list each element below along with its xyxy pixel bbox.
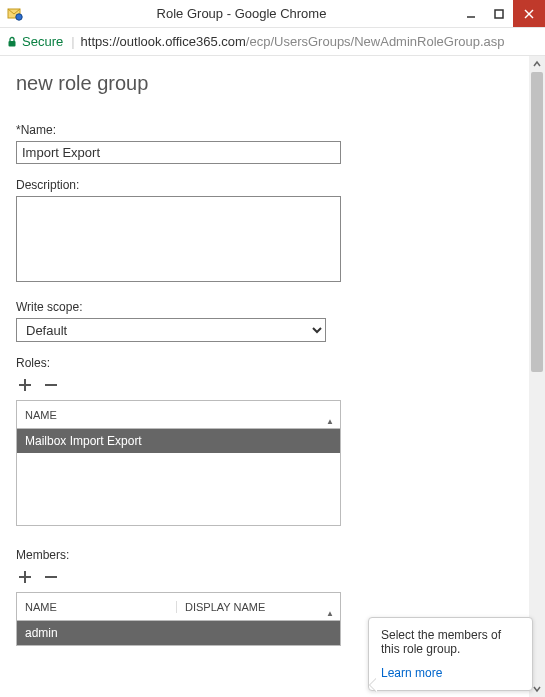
- svg-point-1: [16, 13, 22, 19]
- url-host: https://outlook.office365.com: [81, 34, 246, 49]
- chevron-down-icon: [533, 685, 541, 693]
- members-grid-body: admin: [17, 621, 340, 645]
- roles-grid-body: Mailbox Import Export: [17, 429, 340, 525]
- roles-cell: Mailbox Import Export: [25, 434, 332, 448]
- roles-section: Roles: NAME Mailbox Import Expo: [16, 356, 527, 526]
- maximize-button[interactable]: [485, 0, 513, 27]
- page-title: new role group: [16, 72, 527, 95]
- svg-rect-3: [495, 10, 503, 18]
- roles-label: Roles:: [16, 356, 527, 370]
- url-path: /ecp/UsersGroups/NewAdminRoleGroup.asp: [246, 34, 505, 49]
- description-textarea[interactable]: [16, 196, 341, 282]
- members-remove-button[interactable]: [42, 568, 60, 586]
- members-help-tooltip: Select the members of this role group. L…: [368, 617, 533, 691]
- members-grid-header: NAME DISPLAY NAME: [17, 593, 340, 621]
- members-add-button[interactable]: [16, 568, 34, 586]
- app-icon: [4, 3, 26, 25]
- lock-icon: [6, 36, 18, 48]
- scope-select[interactable]: Default: [16, 318, 326, 342]
- window-buttons: [457, 0, 545, 27]
- name-input[interactable]: [16, 141, 341, 164]
- roles-add-button[interactable]: [16, 376, 34, 394]
- content-wrap: new role group *Name: Description: Write…: [0, 56, 545, 697]
- scope-field-row: Write scope: Default: [16, 300, 527, 342]
- members-col-display[interactable]: DISPLAY NAME: [177, 601, 340, 613]
- learn-more-link[interactable]: Learn more: [381, 666, 442, 680]
- page-body: new role group *Name: Description: Write…: [0, 56, 529, 646]
- plus-icon: [18, 570, 32, 584]
- tooltip-text: Select the members of this role group.: [381, 628, 520, 656]
- window-titlebar: Role Group - Google Chrome: [0, 0, 545, 28]
- description-label: Description:: [16, 178, 527, 192]
- scroll-area: new role group *Name: Description: Write…: [0, 56, 529, 697]
- close-button[interactable]: [513, 0, 545, 27]
- roles-toolbar: [16, 376, 527, 394]
- members-col-name[interactable]: NAME: [17, 601, 177, 613]
- minus-icon: [44, 378, 58, 392]
- address-separator: |: [71, 34, 74, 49]
- chevron-up-icon: [533, 60, 541, 68]
- roles-col-name[interactable]: NAME: [17, 409, 340, 421]
- roles-grid: NAME Mailbox Import Export: [16, 400, 341, 526]
- minimize-button[interactable]: [457, 0, 485, 27]
- svg-rect-6: [9, 41, 16, 47]
- plus-icon: [18, 378, 32, 392]
- roles-grid-header: NAME: [17, 401, 340, 429]
- roles-remove-button[interactable]: [42, 376, 60, 394]
- scroll-thumb[interactable]: [531, 72, 543, 372]
- address-bar: Secure | https://outlook.office365.com/e…: [0, 28, 545, 56]
- members-toolbar: [16, 568, 527, 586]
- table-row[interactable]: Mailbox Import Export: [17, 429, 340, 453]
- secure-label: Secure: [22, 34, 63, 49]
- window-title: Role Group - Google Chrome: [26, 6, 457, 21]
- scroll-up-button[interactable]: [529, 56, 545, 72]
- name-label: *Name:: [16, 123, 527, 137]
- minus-icon: [44, 570, 58, 584]
- url[interactable]: https://outlook.office365.com/ecp/UsersG…: [81, 34, 505, 49]
- members-grid: NAME DISPLAY NAME admin: [16, 592, 341, 646]
- members-cell-name: admin: [25, 626, 177, 640]
- name-field-row: *Name:: [16, 123, 527, 164]
- members-label: Members:: [16, 548, 527, 562]
- table-row[interactable]: admin: [17, 621, 340, 645]
- description-field-row: Description:: [16, 178, 527, 286]
- vertical-scrollbar[interactable]: [529, 56, 545, 697]
- scope-label: Write scope:: [16, 300, 527, 314]
